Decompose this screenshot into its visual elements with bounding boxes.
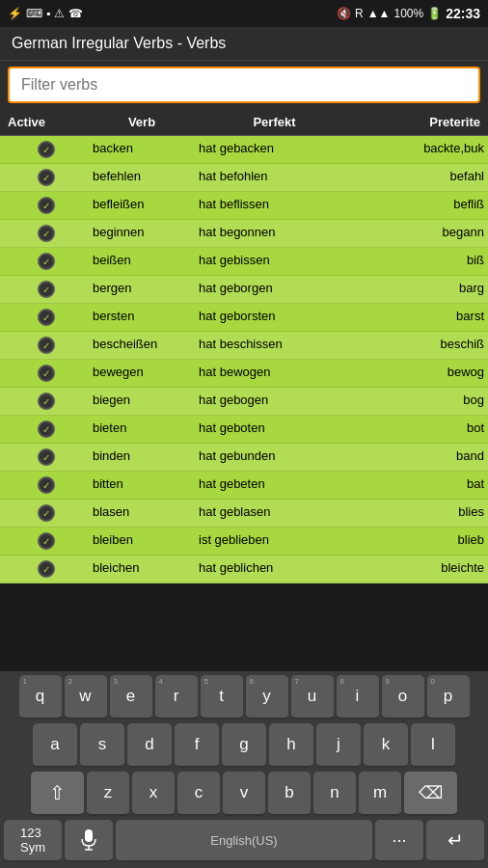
active-cell: ✓	[0, 446, 89, 469]
active-cell: ✓	[0, 250, 89, 273]
table-header: Active Verb Perfekt Preterite	[0, 109, 488, 136]
key-letter: k	[382, 735, 391, 754]
check-icon: ✓	[38, 532, 55, 550]
verb-cell: biegen	[89, 390, 195, 413]
table-row[interactable]: ✓biegenhat gebogenbog	[0, 388, 488, 416]
key-g[interactable]: g	[222, 723, 266, 768]
key-letter: i	[356, 687, 360, 706]
enter-key[interactable]: ↵	[426, 820, 484, 862]
key-d[interactable]: d	[127, 723, 172, 768]
key-f[interactable]: f	[175, 723, 219, 768]
key-letter: h	[286, 735, 295, 754]
key-letter: g	[239, 735, 248, 754]
preterite-cell: bewog	[354, 362, 488, 385]
table-row[interactable]: ✓bleichenhat geblichenbleichte	[0, 556, 488, 583]
key-y[interactable]: 6y	[246, 675, 288, 719]
key-q[interactable]: 1q	[19, 675, 62, 719]
preterite-cell: befahl	[354, 166, 488, 189]
preterite-cell: blies	[354, 502, 488, 525]
active-cell: ✓	[0, 334, 89, 357]
key-letter: w	[79, 687, 91, 706]
check-icon: ✓	[38, 448, 55, 466]
table-row[interactable]: ✓bleibenist gebliebenblieb	[0, 528, 488, 556]
key-letter: x	[149, 783, 158, 802]
verb-cell: bescheißen	[89, 334, 195, 357]
verb-cell: beißen	[89, 250, 195, 273]
key-k[interactable]: k	[364, 723, 408, 768]
check-icon: ✓	[38, 309, 55, 326]
table-row[interactable]: ✓bewegenhat bewogenbewog	[0, 360, 488, 388]
sym-key[interactable]: 123Sym	[4, 820, 62, 862]
key-letter: m	[373, 783, 387, 802]
table-row[interactable]: ✓blasenhat geblasenblies	[0, 500, 488, 528]
check-icon: ✓	[38, 197, 55, 214]
key-s[interactable]: s	[80, 723, 124, 768]
preterite-cell: bot	[354, 418, 488, 441]
active-cell: ✓	[0, 194, 89, 217]
preterite-cell: barst	[354, 306, 488, 329]
key-c[interactable]: c	[177, 772, 220, 816]
keyboard-icon: ⌨	[26, 7, 42, 20]
key-u[interactable]: 7u	[291, 675, 334, 719]
key-letter: s	[98, 735, 107, 754]
space-key[interactable]: English(US)	[116, 820, 372, 862]
key-j[interactable]: j	[316, 723, 361, 768]
key-b[interactable]: b	[268, 772, 311, 816]
keyboard-bottom-row: 123Sym English(US) ··· ↵	[2, 820, 486, 862]
table-row[interactable]: ✓bietenhat gebotenbot	[0, 416, 488, 444]
perfekt-cell: hat geborgen	[195, 278, 354, 301]
table-row[interactable]: ✓beißenhat gebissenbiß	[0, 248, 488, 276]
key-e[interactable]: 3e	[110, 675, 152, 719]
key-num: 3	[114, 677, 118, 686]
check-icon: ✓	[38, 504, 55, 522]
key-letter: q	[36, 687, 44, 706]
key-num: 0	[431, 677, 435, 686]
shift-key[interactable]: ⇧	[31, 772, 84, 816]
table-row[interactable]: ✓backenhat gebackenbackte,buk	[0, 136, 488, 164]
table-row[interactable]: ✓bittenhat gebetenbat	[0, 472, 488, 500]
status-time: 22:33	[446, 6, 480, 21]
status-right-icons: 🔇 R ▲▲ 100% 🔋 22:33	[337, 6, 480, 21]
key-l[interactable]: l	[411, 723, 455, 768]
key-num: 6	[250, 677, 254, 686]
table-row[interactable]: ✓befehlenhat befohlenbefahl	[0, 164, 488, 192]
dots-key[interactable]: ···	[375, 820, 423, 862]
preterite-cell: beschiß	[354, 334, 488, 357]
mic-key[interactable]	[65, 820, 113, 862]
table-row[interactable]: ✓bescheißenhat beschissenbeschiß	[0, 332, 488, 360]
key-letter: a	[50, 735, 59, 754]
key-h[interactable]: h	[269, 723, 313, 768]
filter-input[interactable]	[8, 67, 480, 103]
check-icon: ✓	[38, 225, 55, 242]
key-m[interactable]: m	[359, 772, 401, 816]
key-z[interactable]: z	[87, 772, 129, 816]
key-w[interactable]: 2w	[65, 675, 107, 719]
key-r[interactable]: 4r	[155, 675, 198, 719]
table-row[interactable]: ✓bindenhat gebundenband	[0, 444, 488, 472]
active-cell: ✓	[0, 529, 89, 553]
preterite-cell: biß	[354, 250, 488, 273]
key-n[interactable]: n	[313, 772, 356, 816]
backspace-key[interactable]: ⌫	[404, 772, 457, 816]
key-a[interactable]: a	[33, 723, 77, 768]
keyboard-row-1: 1q2w3e4r5t6y7u8i9o0p	[2, 675, 486, 719]
key-letter: e	[126, 687, 135, 706]
key-v[interactable]: v	[223, 772, 265, 816]
key-t[interactable]: 5t	[201, 675, 243, 719]
key-o[interactable]: 9o	[382, 675, 424, 719]
table-row[interactable]: ✓bergenhat geborgenbarg	[0, 276, 488, 304]
table-row[interactable]: ✓beginnenhat begonnenbegann	[0, 220, 488, 248]
battery-icon: 🔋	[427, 7, 442, 20]
key-p[interactable]: 0p	[427, 675, 470, 719]
perfekt-cell: hat gebacken	[195, 138, 354, 161]
key-letter: b	[285, 783, 293, 802]
table-row[interactable]: ✓berstenhat geborstenbarst	[0, 304, 488, 332]
table-body: ✓backenhat gebackenbackte,buk✓befehlenha…	[0, 136, 488, 583]
perfekt-cell: hat gebogen	[195, 390, 354, 413]
key-letter: r	[174, 687, 179, 706]
table-row[interactable]: ✓befleißenhat beflissenbefliß	[0, 192, 488, 220]
key-x[interactable]: x	[132, 772, 175, 816]
key-i[interactable]: 8i	[337, 675, 379, 719]
backspace-icon: ⌫	[419, 782, 443, 803]
signal-bars-icon: ▲▲	[367, 7, 391, 20]
